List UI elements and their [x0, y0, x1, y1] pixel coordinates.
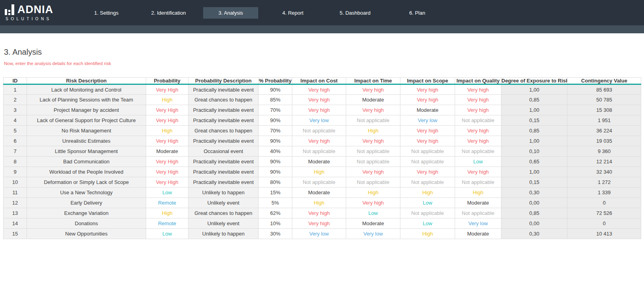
cell-impact-on-time[interactable]: High: [346, 188, 400, 198]
cell-pct-probability[interactable]: 90%: [259, 157, 292, 167]
cell-impact-on-time[interactable]: Not applicable: [346, 157, 400, 167]
cell-pct-probability[interactable]: 40%: [259, 146, 292, 157]
cell-impact-on-cost[interactable]: Not applicable: [292, 126, 346, 136]
cell-id[interactable]: 11: [4, 188, 27, 198]
cell-risk-description[interactable]: Workload of the People Involved: [27, 167, 146, 177]
cell-impact-on-cost[interactable]: Moderate: [292, 157, 346, 167]
cell-probability[interactable]: Low: [146, 188, 189, 198]
cell-impact-on-quality[interactable]: Very high: [455, 167, 501, 177]
cell-impact-on-cost[interactable]: Not applicable: [292, 146, 346, 157]
cell-impact-on-quality[interactable]: Moderate: [455, 198, 501, 208]
cell-impact-on-time[interactable]: Moderate: [346, 218, 400, 229]
cell-probability-description[interactable]: Unlikely event: [189, 198, 259, 208]
cell-pct-probability[interactable]: 62%: [259, 208, 292, 218]
cell-id[interactable]: 3: [4, 105, 27, 115]
cell-probability[interactable]: High: [146, 95, 189, 105]
cell-risk-description[interactable]: Use a New Technology: [27, 188, 146, 198]
cell-impact-on-scope[interactable]: High: [400, 229, 455, 239]
cell-probability-description[interactable]: Great chances to happen: [189, 95, 259, 105]
cell-degree-of-exposure[interactable]: 0,10: [501, 146, 568, 157]
cell-pct-probability[interactable]: 70%: [259, 126, 292, 136]
cell-probability-description[interactable]: Practically inevitable event: [189, 84, 259, 95]
cell-id[interactable]: 6: [4, 136, 27, 146]
cell-pct-probability[interactable]: 70%: [259, 105, 292, 115]
cell-impact-on-time[interactable]: Moderate: [346, 95, 400, 105]
cell-impact-on-time[interactable]: Very low: [346, 229, 400, 239]
cell-probability-description[interactable]: Practically inevitable event: [189, 105, 259, 115]
cell-pct-probability[interactable]: 30%: [259, 229, 292, 239]
cell-contingency-value[interactable]: 1 272: [568, 177, 641, 188]
cell-risk-description[interactable]: Unrealistic Estimates: [27, 136, 146, 146]
nav-tab-2-identification[interactable]: 2. Identification: [137, 0, 200, 25]
cell-degree-of-exposure[interactable]: 0,65: [501, 157, 568, 167]
cell-degree-of-exposure[interactable]: 0,15: [501, 115, 568, 126]
nav-tab-5-dashboard[interactable]: 5. Dashboard: [324, 0, 386, 25]
cell-impact-on-quality[interactable]: Very high: [455, 95, 501, 105]
cell-impact-on-cost[interactable]: Very high: [292, 136, 346, 146]
cell-probability-description[interactable]: Unlikely to happen: [189, 188, 259, 198]
cell-impact-on-scope[interactable]: Very low: [400, 115, 455, 126]
cell-impact-on-scope[interactable]: Very high: [400, 95, 455, 105]
cell-probability-description[interactable]: Practically inevitable event: [189, 157, 259, 167]
cell-probability-description[interactable]: Practically inevitable event: [189, 115, 259, 126]
cell-risk-description[interactable]: Lack of Planning Sessions with the Team: [27, 95, 146, 105]
cell-contingency-value[interactable]: 0: [568, 198, 641, 208]
cell-impact-on-time[interactable]: Not applicable: [346, 115, 400, 126]
cell-impact-on-scope[interactable]: Very high: [400, 84, 455, 95]
cell-risk-description[interactable]: Lack of General Support for Project Cult…: [27, 115, 146, 126]
cell-impact-on-cost[interactable]: High: [292, 198, 346, 208]
cell-id[interactable]: 15: [4, 229, 27, 239]
cell-impact-on-scope[interactable]: Low: [400, 198, 455, 208]
cell-probability[interactable]: High: [146, 126, 189, 136]
cell-probability[interactable]: Moderate: [146, 146, 189, 157]
cell-impact-on-time[interactable]: Very high: [346, 198, 400, 208]
cell-contingency-value[interactable]: 15 308: [568, 105, 641, 115]
cell-contingency-value[interactable]: 50 785: [568, 95, 641, 105]
cell-impact-on-quality[interactable]: Very high: [455, 126, 501, 136]
cell-impact-on-scope[interactable]: Very high: [400, 136, 455, 146]
cell-id[interactable]: 4: [4, 115, 27, 126]
cell-risk-description[interactable]: Early Delivery: [27, 198, 146, 208]
cell-probability[interactable]: Very High: [146, 157, 189, 167]
cell-probability[interactable]: Very High: [146, 115, 189, 126]
cell-impact-on-cost[interactable]: Very high: [292, 95, 346, 105]
cell-contingency-value[interactable]: 12 214: [568, 157, 641, 167]
cell-impact-on-scope[interactable]: Not applicable: [400, 177, 455, 188]
cell-id[interactable]: 8: [4, 157, 27, 167]
cell-probability-description[interactable]: Unlikely event: [189, 218, 259, 229]
cell-impact-on-quality[interactable]: Not applicable: [455, 208, 501, 218]
cell-risk-description[interactable]: Deformation or Simply Lack of Scope: [27, 177, 146, 188]
cell-impact-on-time[interactable]: Not applicable: [346, 146, 400, 157]
cell-degree-of-exposure[interactable]: 0,00: [501, 198, 568, 208]
cell-contingency-value[interactable]: 32 340: [568, 167, 641, 177]
cell-impact-on-cost[interactable]: Very high: [292, 105, 346, 115]
cell-risk-description[interactable]: Exchange Variation: [27, 208, 146, 218]
cell-risk-description[interactable]: Project Manager by accident: [27, 105, 146, 115]
cell-pct-probability[interactable]: 90%: [259, 115, 292, 126]
cell-contingency-value[interactable]: 0: [568, 218, 641, 229]
cell-impact-on-time[interactable]: Not applicable: [346, 177, 400, 188]
cell-impact-on-scope[interactable]: Very high: [400, 167, 455, 177]
cell-risk-description[interactable]: Lack of Monitoring and Control: [27, 84, 146, 95]
cell-impact-on-cost[interactable]: High: [292, 167, 346, 177]
cell-probability-description[interactable]: Practically inevitable event: [189, 177, 259, 188]
cell-degree-of-exposure[interactable]: 1,00: [501, 167, 568, 177]
cell-pct-probability[interactable]: 80%: [259, 177, 292, 188]
cell-pct-probability[interactable]: 10%: [259, 218, 292, 229]
cell-impact-on-quality[interactable]: Very high: [455, 136, 501, 146]
cell-id[interactable]: 7: [4, 146, 27, 157]
cell-impact-on-quality[interactable]: High: [455, 188, 501, 198]
cell-pct-probability[interactable]: 85%: [259, 95, 292, 105]
cell-impact-on-quality[interactable]: Moderate: [455, 229, 501, 239]
cell-probability-description[interactable]: Unlikely to happen: [189, 229, 259, 239]
cell-probability[interactable]: Remote: [146, 218, 189, 229]
cell-degree-of-exposure[interactable]: 0,15: [501, 177, 568, 188]
cell-impact-on-quality[interactable]: Low: [455, 157, 501, 167]
cell-impact-on-quality[interactable]: Very high: [455, 105, 501, 115]
cell-risk-description[interactable]: Donations: [27, 218, 146, 229]
cell-impact-on-scope[interactable]: Not applicable: [400, 146, 455, 157]
cell-probability-description[interactable]: Practically inevitable event: [189, 167, 259, 177]
cell-contingency-value[interactable]: 72 526: [568, 208, 641, 218]
cell-impact-on-time[interactable]: High: [346, 126, 400, 136]
cell-risk-description[interactable]: Little Sponsor Management: [27, 146, 146, 157]
